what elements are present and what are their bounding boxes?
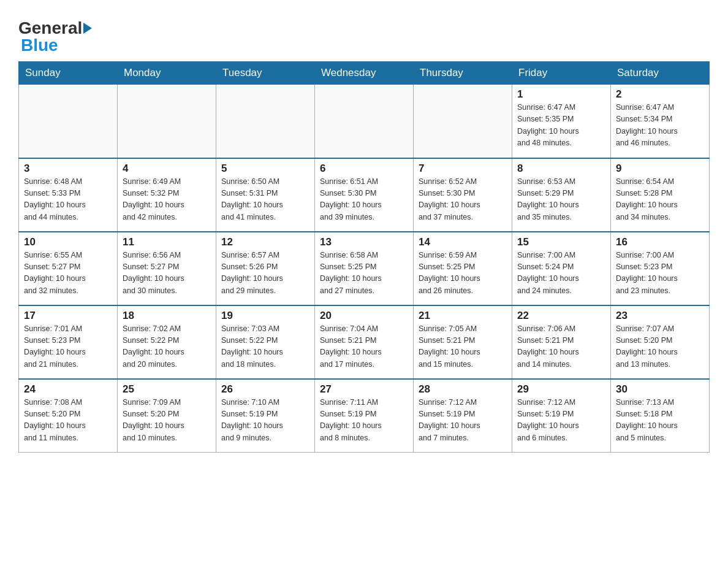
day-number: 13 bbox=[320, 236, 408, 248]
calendar-cell: 21Sunrise: 7:05 AM Sunset: 5:21 PM Dayli… bbox=[414, 305, 512, 379]
day-info: Sunrise: 6:47 AM Sunset: 5:34 PM Dayligh… bbox=[616, 102, 704, 150]
calendar-cell: 16Sunrise: 7:00 AM Sunset: 5:23 PM Dayli… bbox=[611, 232, 710, 305]
day-number: 5 bbox=[221, 163, 309, 175]
calendar-cell: 6Sunrise: 6:51 AM Sunset: 5:30 PM Daylig… bbox=[315, 158, 414, 232]
day-number: 2 bbox=[616, 88, 704, 101]
day-info: Sunrise: 6:47 AM Sunset: 5:35 PM Dayligh… bbox=[517, 102, 605, 150]
calendar-cell bbox=[315, 85, 414, 158]
calendar-cell: 25Sunrise: 7:09 AM Sunset: 5:20 PM Dayli… bbox=[118, 379, 216, 453]
header: General Blue bbox=[18, 12, 710, 55]
day-info: Sunrise: 7:09 AM Sunset: 5:20 PM Dayligh… bbox=[123, 397, 211, 445]
calendar-cell: 18Sunrise: 7:02 AM Sunset: 5:22 PM Dayli… bbox=[118, 305, 216, 379]
day-info: Sunrise: 6:50 AM Sunset: 5:31 PM Dayligh… bbox=[221, 176, 309, 224]
calendar-cell: 3Sunrise: 6:48 AM Sunset: 5:33 PM Daylig… bbox=[19, 158, 118, 232]
day-info: Sunrise: 6:49 AM Sunset: 5:32 PM Dayligh… bbox=[123, 176, 211, 224]
calendar-week-4: 17Sunrise: 7:01 AM Sunset: 5:23 PM Dayli… bbox=[19, 305, 710, 379]
day-info: Sunrise: 6:54 AM Sunset: 5:28 PM Dayligh… bbox=[616, 176, 704, 224]
day-info: Sunrise: 6:52 AM Sunset: 5:30 PM Dayligh… bbox=[419, 176, 507, 224]
day-info: Sunrise: 7:03 AM Sunset: 5:22 PM Dayligh… bbox=[221, 323, 309, 371]
day-info: Sunrise: 7:02 AM Sunset: 5:22 PM Dayligh… bbox=[123, 323, 211, 371]
day-number: 8 bbox=[517, 163, 605, 175]
calendar-cell: 9Sunrise: 6:54 AM Sunset: 5:28 PM Daylig… bbox=[611, 158, 710, 232]
day-info: Sunrise: 7:10 AM Sunset: 5:19 PM Dayligh… bbox=[221, 397, 309, 445]
calendar-cell bbox=[216, 85, 315, 158]
day-number: 29 bbox=[517, 383, 605, 396]
calendar-cell: 2Sunrise: 6:47 AM Sunset: 5:34 PM Daylig… bbox=[611, 85, 710, 158]
day-info: Sunrise: 7:01 AM Sunset: 5:23 PM Dayligh… bbox=[24, 323, 112, 371]
header-monday: Monday bbox=[118, 62, 216, 85]
day-number: 22 bbox=[517, 310, 605, 322]
day-number: 21 bbox=[419, 310, 507, 322]
day-info: Sunrise: 7:07 AM Sunset: 5:20 PM Dayligh… bbox=[616, 323, 704, 371]
day-number: 20 bbox=[320, 310, 408, 322]
day-number: 14 bbox=[419, 236, 507, 248]
header-tuesday: Tuesday bbox=[216, 62, 315, 85]
day-number: 9 bbox=[616, 163, 704, 175]
calendar-week-1: 1Sunrise: 6:47 AM Sunset: 5:35 PM Daylig… bbox=[19, 85, 710, 158]
calendar-cell: 24Sunrise: 7:08 AM Sunset: 5:20 PM Dayli… bbox=[19, 379, 118, 453]
day-number: 17 bbox=[24, 310, 112, 322]
calendar-cell bbox=[19, 85, 118, 158]
day-info: Sunrise: 7:11 AM Sunset: 5:19 PM Dayligh… bbox=[320, 397, 408, 445]
day-info: Sunrise: 7:12 AM Sunset: 5:19 PM Dayligh… bbox=[517, 397, 605, 445]
day-info: Sunrise: 6:56 AM Sunset: 5:27 PM Dayligh… bbox=[123, 250, 211, 297]
day-info: Sunrise: 7:06 AM Sunset: 5:21 PM Dayligh… bbox=[517, 323, 605, 371]
calendar-cell: 11Sunrise: 6:56 AM Sunset: 5:27 PM Dayli… bbox=[118, 232, 216, 305]
day-number: 23 bbox=[616, 310, 704, 322]
calendar-cell: 20Sunrise: 7:04 AM Sunset: 5:21 PM Dayli… bbox=[315, 305, 414, 379]
day-number: 12 bbox=[221, 236, 309, 248]
calendar-cell: 15Sunrise: 7:00 AM Sunset: 5:24 PM Dayli… bbox=[512, 232, 611, 305]
day-number: 16 bbox=[616, 236, 704, 248]
calendar-cell: 19Sunrise: 7:03 AM Sunset: 5:22 PM Dayli… bbox=[216, 305, 315, 379]
header-saturday: Saturday bbox=[611, 62, 710, 85]
calendar-cell: 29Sunrise: 7:12 AM Sunset: 5:19 PM Dayli… bbox=[512, 379, 611, 453]
day-number: 7 bbox=[419, 163, 507, 175]
calendar-cell: 1Sunrise: 6:47 AM Sunset: 5:35 PM Daylig… bbox=[512, 85, 611, 158]
calendar-cell: 7Sunrise: 6:52 AM Sunset: 5:30 PM Daylig… bbox=[414, 158, 512, 232]
day-info: Sunrise: 6:58 AM Sunset: 5:25 PM Dayligh… bbox=[320, 250, 408, 297]
calendar-cell: 4Sunrise: 6:49 AM Sunset: 5:32 PM Daylig… bbox=[118, 158, 216, 232]
logo: General Blue bbox=[18, 12, 93, 55]
calendar-cell: 23Sunrise: 7:07 AM Sunset: 5:20 PM Dayli… bbox=[611, 305, 710, 379]
day-number: 25 bbox=[123, 383, 211, 396]
calendar-cell: 17Sunrise: 7:01 AM Sunset: 5:23 PM Dayli… bbox=[19, 305, 118, 379]
day-number: 26 bbox=[221, 383, 309, 396]
calendar-week-2: 3Sunrise: 6:48 AM Sunset: 5:33 PM Daylig… bbox=[19, 158, 710, 232]
day-number: 27 bbox=[320, 383, 408, 396]
calendar-cell: 13Sunrise: 6:58 AM Sunset: 5:25 PM Dayli… bbox=[315, 232, 414, 305]
calendar-cell bbox=[414, 85, 512, 158]
day-number: 1 bbox=[517, 88, 605, 101]
calendar-week-5: 24Sunrise: 7:08 AM Sunset: 5:20 PM Dayli… bbox=[19, 379, 710, 453]
calendar-cell: 14Sunrise: 6:59 AM Sunset: 5:25 PM Dayli… bbox=[414, 232, 512, 305]
header-friday: Friday bbox=[512, 62, 611, 85]
day-number: 28 bbox=[419, 383, 507, 396]
day-info: Sunrise: 7:05 AM Sunset: 5:21 PM Dayligh… bbox=[419, 323, 507, 371]
calendar-header-row: SundayMondayTuesdayWednesdayThursdayFrid… bbox=[19, 62, 710, 85]
logo-blue-text: Blue bbox=[21, 36, 58, 55]
day-info: Sunrise: 6:51 AM Sunset: 5:30 PM Dayligh… bbox=[320, 176, 408, 224]
day-info: Sunrise: 7:12 AM Sunset: 5:19 PM Dayligh… bbox=[419, 397, 507, 445]
calendar-cell: 5Sunrise: 6:50 AM Sunset: 5:31 PM Daylig… bbox=[216, 158, 315, 232]
day-number: 4 bbox=[123, 163, 211, 175]
calendar-cell: 22Sunrise: 7:06 AM Sunset: 5:21 PM Dayli… bbox=[512, 305, 611, 379]
calendar-cell bbox=[118, 85, 216, 158]
calendar-cell: 8Sunrise: 6:53 AM Sunset: 5:29 PM Daylig… bbox=[512, 158, 611, 232]
day-number: 18 bbox=[123, 310, 211, 322]
day-number: 6 bbox=[320, 163, 408, 175]
day-number: 10 bbox=[24, 236, 112, 248]
day-info: Sunrise: 6:48 AM Sunset: 5:33 PM Dayligh… bbox=[24, 176, 112, 224]
day-number: 11 bbox=[123, 236, 211, 248]
logo-triangle-icon bbox=[83, 23, 92, 34]
calendar-week-3: 10Sunrise: 6:55 AM Sunset: 5:27 PM Dayli… bbox=[19, 232, 710, 305]
header-thursday: Thursday bbox=[414, 62, 512, 85]
day-info: Sunrise: 7:00 AM Sunset: 5:23 PM Dayligh… bbox=[616, 250, 704, 297]
day-number: 30 bbox=[616, 383, 704, 396]
calendar-cell: 28Sunrise: 7:12 AM Sunset: 5:19 PM Dayli… bbox=[414, 379, 512, 453]
calendar-cell: 10Sunrise: 6:55 AM Sunset: 5:27 PM Dayli… bbox=[19, 232, 118, 305]
header-sunday: Sunday bbox=[19, 62, 118, 85]
day-number: 24 bbox=[24, 383, 112, 396]
calendar-table: SundayMondayTuesdayWednesdayThursdayFrid… bbox=[18, 61, 710, 453]
day-info: Sunrise: 7:00 AM Sunset: 5:24 PM Dayligh… bbox=[517, 250, 605, 297]
day-number: 19 bbox=[221, 310, 309, 322]
day-info: Sunrise: 7:04 AM Sunset: 5:21 PM Dayligh… bbox=[320, 323, 408, 371]
